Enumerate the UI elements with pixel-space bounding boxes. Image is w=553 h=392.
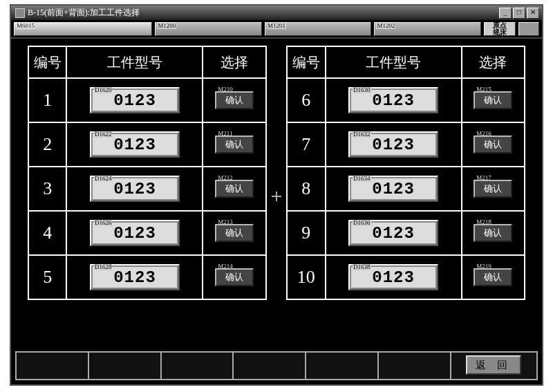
row-model-cell: D16360123 (326, 211, 462, 255)
maximize-button[interactable]: □ (513, 8, 525, 19)
confirm-label: 确认 (225, 138, 243, 151)
model-value: 0123 (113, 180, 156, 198)
model-value: 0123 (372, 224, 415, 243)
tag-main[interactable]: M6015 (14, 22, 152, 36)
app-icon (15, 8, 25, 18)
window-title: B-15(前面+背面):加工工件选择 (28, 7, 499, 19)
bottom-slot-2[interactable] (88, 351, 161, 380)
confirm-button[interactable]: M217确认 (474, 180, 512, 198)
model-value: 0123 (372, 91, 415, 110)
header-select: 选择 (203, 46, 266, 78)
model-value: 0123 (113, 224, 156, 243)
tag-origin[interactable]: 原点 规床 (484, 22, 516, 36)
row-index: 4 (28, 211, 66, 255)
row-model-cell: D16220123 (66, 122, 203, 167)
row-index: 5 (28, 255, 66, 299)
model-register-tag: D1636 (353, 220, 371, 226)
row-index: 10 (287, 255, 326, 299)
tag-2[interactable]: M1201 (265, 22, 372, 36)
confirm-button[interactable]: M219确认 (474, 268, 512, 286)
model-display[interactable]: D16360123 (348, 220, 438, 246)
confirm-register-tag: M210 (218, 86, 233, 93)
model-register-tag: D1622 (94, 131, 113, 138)
minimize-button[interactable]: _ (499, 8, 512, 19)
confirm-label: 确认 (225, 94, 243, 106)
confirm-label: 确认 (484, 183, 502, 195)
row-index: 2 (28, 122, 66, 167)
table-row: 8D16340123M217确认 (287, 167, 525, 211)
row-select-cell: M210确认 (203, 78, 266, 122)
confirm-button[interactable]: M215确认 (474, 91, 512, 109)
confirm-button[interactable]: M216确认 (474, 136, 512, 153)
model-display[interactable]: D16200123 (90, 87, 180, 113)
row-model-cell: D16380123 (326, 255, 462, 299)
model-value: 0123 (372, 136, 415, 154)
confirm-register-tag: M213 (218, 219, 233, 225)
confirm-label: 确认 (484, 94, 502, 106)
model-display[interactable]: D16380123 (348, 264, 438, 290)
row-index: 1 (28, 78, 66, 122)
model-register-tag: D1626 (94, 220, 113, 226)
tag-2-label: M1201 (267, 22, 286, 29)
workpiece-table-right: 编号 工件型号 选择 6D16300123M215确认7D16320123M21… (286, 46, 525, 300)
bottom-slot-6[interactable] (378, 351, 451, 380)
confirm-button[interactable]: M214确认 (215, 268, 254, 286)
confirm-label: 确认 (484, 271, 502, 283)
header-select: 选择 (462, 46, 525, 78)
row-index: 8 (287, 167, 326, 211)
confirm-register-tag: M218 (476, 219, 491, 225)
confirm-button[interactable]: M218确认 (474, 224, 512, 242)
table-row: 7D16320123M216确认 (287, 122, 525, 167)
confirm-button[interactable]: M212确认 (215, 180, 254, 198)
confirm-button[interactable]: M213确认 (215, 224, 254, 242)
tag-3[interactable]: M1202 (374, 22, 481, 36)
confirm-register-tag: M214 (218, 263, 233, 270)
table-row: 9D16360123M218确认 (287, 211, 525, 255)
row-select-cell: M217确认 (462, 167, 525, 211)
model-display[interactable]: D16280123 (90, 264, 180, 290)
confirm-register-tag: M219 (476, 263, 491, 270)
model-value: 0123 (372, 268, 415, 287)
model-display[interactable]: D16240123 (90, 176, 180, 202)
tag-1[interactable]: M1200 (155, 22, 262, 36)
bottom-slot-4[interactable] (233, 351, 306, 380)
confirm-button[interactable]: M211确认 (215, 136, 254, 153)
bottom-slot-1[interactable] (15, 351, 88, 380)
model-display[interactable]: D16340123 (348, 176, 438, 202)
bottom-slot-back: 返 回 (451, 351, 538, 380)
model-display[interactable]: D16300123 (348, 87, 438, 113)
confirm-label: 确认 (225, 183, 243, 195)
row-select-cell: M218确认 (462, 211, 525, 255)
tag-end[interactable] (518, 22, 539, 36)
model-register-tag: D1620 (94, 87, 113, 93)
model-register-tag: D1624 (94, 176, 113, 182)
model-value: 0123 (372, 180, 415, 198)
tag-origin-label: 原点 规床 (493, 22, 507, 36)
header-model: 工件型号 (66, 46, 203, 78)
model-value: 0123 (113, 136, 156, 154)
row-model-cell: D16340123 (326, 167, 462, 211)
row-model-cell: D16200123 (66, 78, 203, 122)
tag-main-label: M6015 (16, 22, 35, 29)
model-display[interactable]: D16220123 (90, 131, 180, 158)
model-display[interactable]: D16260123 (90, 220, 180, 246)
row-select-cell: M211确认 (203, 122, 266, 167)
header-index: 编号 (287, 46, 326, 78)
confirm-register-tag: M215 (476, 86, 491, 93)
confirm-button[interactable]: M210确认 (215, 91, 254, 109)
bottom-bar: 返 回 (15, 351, 538, 380)
table-row: 5D16280123M214确认 (28, 255, 266, 299)
close-button[interactable]: ✕ (527, 8, 539, 19)
table-header-row: 编号 工件型号 选择 (28, 46, 266, 78)
model-register-tag: D1628 (94, 264, 113, 270)
row-model-cell: D16280123 (66, 255, 203, 299)
back-button[interactable]: 返 回 (466, 355, 521, 375)
app-window: B-15(前面+背面):加工工件选择 _ □ ✕ M6015 M1200 M12… (10, 4, 543, 386)
bottom-slot-5[interactable] (306, 351, 378, 380)
header-index: 编号 (28, 46, 66, 78)
model-display[interactable]: D16320123 (348, 131, 438, 158)
confirm-register-tag: M216 (476, 131, 491, 137)
row-model-cell: D16240123 (66, 167, 203, 211)
bottom-slot-3[interactable] (161, 351, 234, 380)
table-row: 3D16240123M212确认 (28, 167, 266, 211)
